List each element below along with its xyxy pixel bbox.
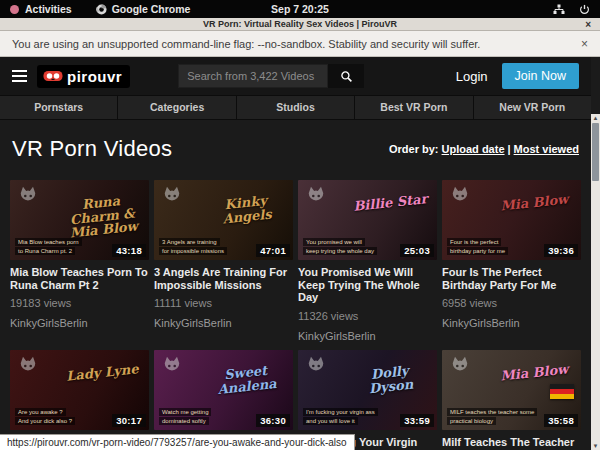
link-target-status-bar: https://pirouvr.com/vr-porn-video/779325… <box>0 434 355 450</box>
video-card[interactable]: Runa Charm & Mia Blow Mia Blow teaches p… <box>10 180 149 342</box>
duration-badge: 25:03 <box>400 244 434 257</box>
video-card[interactable]: Kinky Angels 3 Angels are training for i… <box>154 180 293 342</box>
thumbnail-captions: Mia Blow teaches porn to Runa Charm pt. … <box>15 238 82 255</box>
thumbnail-caption-line1: I'm fucking your virgin ass <box>303 408 378 416</box>
video-card[interactable]: Mia Blow Four is the perfect birthday pa… <box>442 180 581 342</box>
thumbnail-overlay-title: Billie Star <box>348 192 434 214</box>
nav-item-studios[interactable]: Studios <box>237 96 354 119</box>
studio-link[interactable]: KinkyGirlsBerlin <box>298 330 437 342</box>
thumbnail-caption-line1: Four is the perfect <box>447 238 501 246</box>
scrollbar-thumb[interactable] <box>592 123 599 181</box>
view-count: 19183 views <box>10 297 149 309</box>
order-upload-date-link[interactable]: Upload date <box>442 143 505 155</box>
login-link[interactable]: Login <box>456 69 488 84</box>
thumbnail-caption-line2: for impossible missions <box>159 247 227 255</box>
video-title[interactable]: Milf Teaches The Teacher Some Practical … <box>442 436 581 450</box>
nav-item-new-vr-porn[interactable]: New VR Porn <box>474 96 591 119</box>
search-bar <box>178 64 364 88</box>
thumbnail-overlay-title: Lady Lyne <box>60 362 146 384</box>
main-nav: PornstarsCategoriesStudiosBest VR PornNe… <box>0 95 591 120</box>
scrollbar-up-arrow-icon[interactable]: ▲ <box>593 114 599 122</box>
order-most-viewed-link[interactable]: Most viewed <box>514 143 579 155</box>
window-title: VR Porn: Virtual Reality Sex Videos | Pi… <box>203 19 397 29</box>
thumbnail-captions: Four is the perfect birthday party for m… <box>447 238 508 255</box>
video-thumbnail[interactable]: Lady Lyne Are you awake ? And your dick … <box>10 350 149 430</box>
video-title[interactable]: Four Is The Perfect Birthday Party For M… <box>442 266 581 291</box>
thumbnail-caption-line2: practical biology <box>447 417 496 425</box>
window-titlebar[interactable]: VR Porn: Virtual Reality Sex Videos | Pi… <box>0 18 600 31</box>
duration-badge: 39:36 <box>544 244 578 257</box>
vr-headset-icon <box>43 70 63 82</box>
menu-hamburger-icon[interactable] <box>12 70 27 82</box>
nav-item-pornstars[interactable]: Pornstars <box>0 96 117 119</box>
chrome-warning-bar: You are using an unsupported command-lin… <box>0 31 600 57</box>
power-icon[interactable] <box>579 4 590 15</box>
thumbnail-overlay-title: Mia Blow <box>492 192 578 214</box>
thumbnail-caption-line1: You promised we will <box>303 238 365 246</box>
focused-app-name: Google Chrome <box>112 3 191 15</box>
video-thumbnail[interactable]: Dolly Dyson I'm fucking your virgin ass … <box>298 350 437 430</box>
video-thumbnail[interactable]: Billie Star You promised we will keep tr… <box>298 180 437 260</box>
video-title[interactable]: Mia Blow Teaches Porn To Runa Charm Pt 2 <box>10 266 149 291</box>
video-title[interactable]: 3 Angels Are Training For Impossible Mis… <box>154 266 293 291</box>
thumbnail-captions: Are you awake ? And your dick also ? <box>15 408 75 425</box>
network-icon[interactable] <box>553 4 565 15</box>
system-top-bar: Activities Google Chrome Sep 7 20:25 <box>0 0 600 18</box>
thumbnail-caption-line1: MILF teaches the teacher some <box>447 408 537 416</box>
duration-badge: 36:30 <box>256 414 290 427</box>
thumbnail-captions: 3 Angels are training for impossible mis… <box>159 238 227 255</box>
duration-badge: 47:01 <box>256 244 290 257</box>
clock[interactable]: Sep 7 20:25 <box>0 3 600 15</box>
browser-viewport: pirouvr Login Join Now PornstarsCategori… <box>0 57 600 450</box>
thumbnail-captions: I'm fucking your virgin ass and you will… <box>303 408 378 425</box>
activities-button[interactable]: Activities <box>25 3 72 15</box>
thumbnail-caption-line2: to Runa Charm pt. 2 <box>15 247 75 255</box>
video-card[interactable]: Mia Blow MILF teaches the teacher some p… <box>442 350 581 450</box>
studio-cat-mask-icon <box>305 185 327 205</box>
thumbnail-caption-line1: 3 Angels are training <box>159 238 220 246</box>
chrome-icon <box>96 4 107 15</box>
studio-cat-mask-icon <box>161 185 183 205</box>
thumbnail-caption-line2: And your dick also ? <box>15 417 75 425</box>
thumbnail-captions: MILF teaches the teacher some practical … <box>447 408 537 425</box>
studio-cat-mask-icon <box>161 355 183 375</box>
video-title[interactable]: You Promised We Will Keep Trying The Who… <box>298 266 437 304</box>
video-thumbnail[interactable]: Mia Blow MILF teaches the teacher some p… <box>442 350 581 430</box>
warning-message: You are using an unsupported command-lin… <box>12 38 480 50</box>
site-logo[interactable]: pirouvr <box>37 65 130 88</box>
nav-item-best-vr-porn[interactable]: Best VR Porn <box>355 96 472 119</box>
studio-link[interactable]: KinkyGirlsBerlin <box>442 317 581 329</box>
video-card[interactable]: Billie Star You promised we will keep tr… <box>298 180 437 342</box>
page-head: VR Porn Videos Order by: Upload date|Mos… <box>0 120 591 180</box>
studio-link[interactable]: KinkyGirlsBerlin <box>10 317 149 329</box>
site-logo-text: pirouvr <box>67 68 122 85</box>
studio-link[interactable]: KinkyGirlsBerlin <box>154 317 293 329</box>
thumbnail-overlay-title: Dolly Dyson <box>347 362 434 398</box>
search-button[interactable] <box>328 64 364 88</box>
thumbnail-overlay-title: Kinky Angels <box>203 192 290 228</box>
video-thumbnail[interactable]: Sweet Analena Watch me getting dominated… <box>154 350 293 430</box>
thumbnail-caption-line2: keep trying the whole day <box>303 247 377 255</box>
thumbnail-caption-line1: Watch me getting <box>159 408 211 416</box>
video-thumbnail[interactable]: Kinky Angels 3 Angels are training for i… <box>154 180 293 260</box>
video-thumbnail[interactable]: Runa Charm & Mia Blow Mia Blow teaches p… <box>10 180 149 260</box>
screen: { "system_bar": { "activities": "Activit… <box>0 0 600 450</box>
focused-app-menu[interactable]: Google Chrome <box>96 3 191 15</box>
search-input[interactable] <box>178 64 328 88</box>
video-thumbnail[interactable]: Mia Blow Four is the perfect birthday pa… <box>442 180 581 260</box>
window-close-button[interactable]: × <box>585 18 591 31</box>
duration-badge: 30:17 <box>112 414 146 427</box>
warning-close-button[interactable]: × <box>581 37 588 51</box>
duration-badge: 43:18 <box>112 244 146 257</box>
join-now-button[interactable]: Join Now <box>502 63 579 89</box>
view-count: 11326 views <box>298 310 437 322</box>
order-separator: | <box>508 143 511 155</box>
page-scrollbar[interactable]: ▲ ▼ <box>591 114 600 450</box>
duration-badge: 33:59 <box>400 414 434 427</box>
studio-cat-mask-icon <box>305 355 327 375</box>
video-grid: Runa Charm & Mia Blow Mia Blow teaches p… <box>0 180 591 450</box>
thumbnail-caption-line2: and you will love it <box>303 417 358 425</box>
studio-cat-mask-icon <box>449 185 471 205</box>
nav-item-categories[interactable]: Categories <box>118 96 235 119</box>
scrollbar-down-arrow-icon[interactable]: ▼ <box>593 442 599 450</box>
